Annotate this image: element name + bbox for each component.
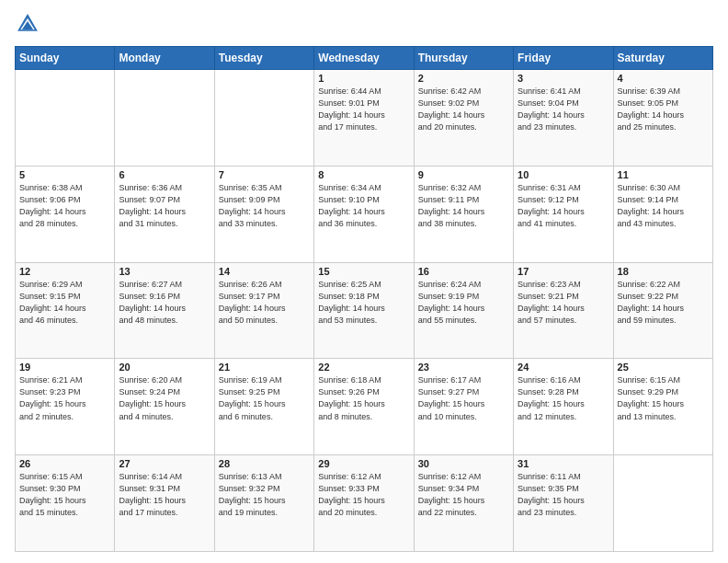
calendar-cell: 23Sunrise: 6:17 AM Sunset: 9:27 PM Dayli…	[414, 359, 513, 455]
day-number: 7	[219, 169, 310, 180]
calendar-cell: 5Sunrise: 6:38 AM Sunset: 9:06 PM Daylig…	[16, 166, 115, 262]
day-number: 12	[19, 266, 110, 277]
col-header-monday: Monday	[115, 47, 214, 70]
day-info: Sunrise: 6:38 AM Sunset: 9:06 PM Dayligh…	[19, 182, 110, 230]
day-info: Sunrise: 6:25 AM Sunset: 9:18 PM Dayligh…	[318, 279, 409, 327]
day-info: Sunrise: 6:30 AM Sunset: 9:14 PM Dayligh…	[618, 182, 709, 230]
day-info: Sunrise: 6:19 AM Sunset: 9:25 PM Dayligh…	[219, 374, 310, 422]
day-info: Sunrise: 6:41 AM Sunset: 9:04 PM Dayligh…	[518, 86, 609, 133]
day-info: Sunrise: 6:15 AM Sunset: 9:29 PM Dayligh…	[618, 374, 709, 422]
calendar-cell: 27Sunrise: 6:14 AM Sunset: 9:31 PM Dayli…	[115, 455, 214, 552]
calendar-cell: 14Sunrise: 6:26 AM Sunset: 9:17 PM Dayli…	[214, 262, 313, 359]
day-number: 19	[19, 362, 110, 373]
calendar-cell: 13Sunrise: 6:27 AM Sunset: 9:16 PM Dayli…	[115, 262, 214, 359]
col-header-tuesday: Tuesday	[214, 47, 313, 70]
calendar-cell: 28Sunrise: 6:13 AM Sunset: 9:32 PM Dayli…	[214, 455, 313, 552]
day-info: Sunrise: 6:29 AM Sunset: 9:15 PM Dayligh…	[19, 279, 110, 327]
calendar-week-row: 19Sunrise: 6:21 AM Sunset: 9:23 PM Dayli…	[16, 359, 713, 455]
calendar-cell: 9Sunrise: 6:32 AM Sunset: 9:11 PM Daylig…	[414, 166, 513, 262]
calendar-week-row: 5Sunrise: 6:38 AM Sunset: 9:06 PM Daylig…	[16, 166, 713, 262]
calendar-cell: 7Sunrise: 6:35 AM Sunset: 9:09 PM Daylig…	[214, 166, 313, 262]
calendar-cell: 20Sunrise: 6:20 AM Sunset: 9:24 PM Dayli…	[115, 359, 214, 455]
day-info: Sunrise: 6:12 AM Sunset: 9:34 PM Dayligh…	[418, 471, 509, 519]
day-number: 21	[219, 362, 310, 373]
calendar-cell: 21Sunrise: 6:19 AM Sunset: 9:25 PM Dayli…	[214, 359, 313, 455]
day-info: Sunrise: 6:42 AM Sunset: 9:02 PM Dayligh…	[418, 86, 509, 133]
col-header-saturday: Saturday	[613, 47, 712, 70]
day-info: Sunrise: 6:13 AM Sunset: 9:32 PM Dayligh…	[219, 471, 310, 519]
calendar-cell	[214, 70, 313, 167]
day-info: Sunrise: 6:39 AM Sunset: 9:05 PM Dayligh…	[618, 86, 709, 133]
col-header-wednesday: Wednesday	[314, 47, 414, 70]
calendar-cell: 22Sunrise: 6:18 AM Sunset: 9:26 PM Dayli…	[314, 359, 414, 455]
calendar-cell: 15Sunrise: 6:25 AM Sunset: 9:18 PM Dayli…	[314, 262, 414, 359]
calendar-header-row: SundayMondayTuesdayWednesdayThursdayFrid…	[16, 47, 713, 70]
calendar-cell: 11Sunrise: 6:30 AM Sunset: 9:14 PM Dayli…	[613, 166, 712, 262]
calendar-cell	[115, 70, 214, 167]
calendar-cell: 12Sunrise: 6:29 AM Sunset: 9:15 PM Dayli…	[16, 262, 115, 359]
day-number: 27	[119, 458, 210, 469]
day-number: 31	[518, 458, 609, 469]
calendar-cell: 2Sunrise: 6:42 AM Sunset: 9:02 PM Daylig…	[414, 70, 513, 167]
calendar-cell: 8Sunrise: 6:34 AM Sunset: 9:10 PM Daylig…	[314, 166, 414, 262]
day-number: 24	[518, 362, 609, 373]
day-number: 16	[418, 266, 509, 277]
page-header	[15, 11, 713, 37]
day-number: 17	[518, 266, 609, 277]
day-info: Sunrise: 6:12 AM Sunset: 9:33 PM Dayligh…	[318, 471, 409, 519]
day-info: Sunrise: 6:11 AM Sunset: 9:35 PM Dayligh…	[518, 471, 609, 519]
day-number: 18	[618, 266, 709, 277]
day-number: 20	[119, 362, 210, 373]
day-info: Sunrise: 6:20 AM Sunset: 9:24 PM Dayligh…	[119, 374, 210, 422]
day-number: 13	[119, 266, 210, 277]
calendar-cell: 6Sunrise: 6:36 AM Sunset: 9:07 PM Daylig…	[115, 166, 214, 262]
calendar-cell: 18Sunrise: 6:22 AM Sunset: 9:22 PM Dayli…	[613, 262, 712, 359]
day-number: 4	[618, 73, 709, 84]
day-number: 29	[318, 458, 409, 469]
day-number: 28	[219, 458, 310, 469]
col-header-friday: Friday	[514, 47, 613, 70]
day-info: Sunrise: 6:27 AM Sunset: 9:16 PM Dayligh…	[119, 279, 210, 327]
day-info: Sunrise: 6:26 AM Sunset: 9:17 PM Dayligh…	[219, 279, 310, 327]
calendar-cell: 16Sunrise: 6:24 AM Sunset: 9:19 PM Dayli…	[414, 262, 513, 359]
calendar-cell: 29Sunrise: 6:12 AM Sunset: 9:33 PM Dayli…	[314, 455, 414, 552]
day-info: Sunrise: 6:36 AM Sunset: 9:07 PM Dayligh…	[119, 182, 210, 230]
day-number: 2	[418, 73, 509, 84]
day-info: Sunrise: 6:14 AM Sunset: 9:31 PM Dayligh…	[119, 471, 210, 519]
day-info: Sunrise: 6:16 AM Sunset: 9:28 PM Dayligh…	[518, 374, 609, 422]
calendar-week-row: 1Sunrise: 6:44 AM Sunset: 9:01 PM Daylig…	[16, 70, 713, 167]
logo	[15, 11, 44, 37]
day-number: 11	[618, 169, 709, 180]
calendar-cell: 25Sunrise: 6:15 AM Sunset: 9:29 PM Dayli…	[613, 359, 712, 455]
calendar-week-row: 12Sunrise: 6:29 AM Sunset: 9:15 PM Dayli…	[16, 262, 713, 359]
calendar-cell: 26Sunrise: 6:15 AM Sunset: 9:30 PM Dayli…	[16, 455, 115, 552]
day-number: 9	[418, 169, 509, 180]
day-info: Sunrise: 6:24 AM Sunset: 9:19 PM Dayligh…	[418, 279, 509, 327]
day-info: Sunrise: 6:35 AM Sunset: 9:09 PM Dayligh…	[219, 182, 310, 230]
calendar-cell: 17Sunrise: 6:23 AM Sunset: 9:21 PM Dayli…	[514, 262, 613, 359]
day-number: 23	[418, 362, 509, 373]
day-number: 15	[318, 266, 409, 277]
day-info: Sunrise: 6:34 AM Sunset: 9:10 PM Dayligh…	[318, 182, 409, 230]
calendar-table: SundayMondayTuesdayWednesdayThursdayFrid…	[15, 46, 713, 552]
day-info: Sunrise: 6:44 AM Sunset: 9:01 PM Dayligh…	[318, 86, 409, 133]
day-number: 14	[219, 266, 310, 277]
col-header-sunday: Sunday	[16, 47, 115, 70]
day-info: Sunrise: 6:18 AM Sunset: 9:26 PM Dayligh…	[318, 374, 409, 422]
day-number: 10	[518, 169, 609, 180]
col-header-thursday: Thursday	[414, 47, 513, 70]
calendar-cell	[16, 70, 115, 167]
day-info: Sunrise: 6:22 AM Sunset: 9:22 PM Dayligh…	[618, 279, 709, 327]
day-number: 3	[518, 73, 609, 84]
calendar-cell: 30Sunrise: 6:12 AM Sunset: 9:34 PM Dayli…	[414, 455, 513, 552]
day-number: 26	[19, 458, 110, 469]
logo-icon	[15, 11, 40, 37]
calendar-cell: 3Sunrise: 6:41 AM Sunset: 9:04 PM Daylig…	[514, 70, 613, 167]
day-number: 25	[618, 362, 709, 373]
day-number: 1	[318, 73, 409, 84]
day-number: 22	[318, 362, 409, 373]
calendar-cell: 24Sunrise: 6:16 AM Sunset: 9:28 PM Dayli…	[514, 359, 613, 455]
day-info: Sunrise: 6:23 AM Sunset: 9:21 PM Dayligh…	[518, 279, 609, 327]
day-number: 30	[418, 458, 509, 469]
day-number: 6	[119, 169, 210, 180]
